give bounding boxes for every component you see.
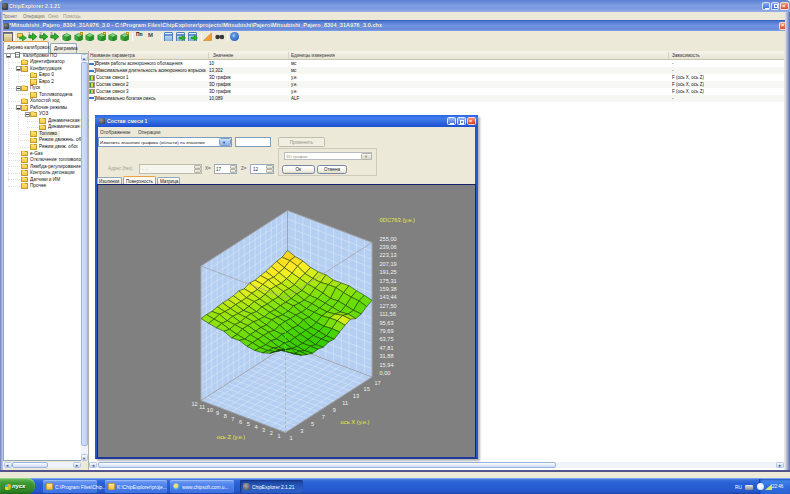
svg-text:12: 12 xyxy=(191,401,197,407)
svg-text:79,69: 79,69 xyxy=(380,328,394,334)
svg-text:47,81: 47,81 xyxy=(380,345,394,351)
svg-text:159,38: 159,38 xyxy=(380,286,397,292)
svg-text:5: 5 xyxy=(311,421,314,427)
svg-text:2: 2 xyxy=(270,430,273,436)
svg-text:223,13: 223,13 xyxy=(380,252,397,258)
svg-text:0,00: 0,00 xyxy=(380,370,391,376)
svg-text:3: 3 xyxy=(300,428,303,434)
svg-text:239,06: 239,06 xyxy=(380,244,397,250)
svg-text:ось Z (у.е.): ось Z (у.е.) xyxy=(217,434,246,440)
svg-text:31,88: 31,88 xyxy=(380,353,394,359)
svg-text:17: 17 xyxy=(374,380,380,386)
svg-text:143,44: 143,44 xyxy=(380,294,397,300)
svg-text:95,63: 95,63 xyxy=(380,320,394,326)
svg-text:127,50: 127,50 xyxy=(380,303,397,309)
svg-text:13: 13 xyxy=(353,393,359,399)
svg-text:6: 6 xyxy=(239,419,242,425)
svg-text:3: 3 xyxy=(262,427,265,433)
svg-text:11: 11 xyxy=(199,404,205,410)
svg-text:191,25: 191,25 xyxy=(380,269,397,275)
svg-text:5: 5 xyxy=(247,421,250,427)
svg-text:4: 4 xyxy=(254,424,257,430)
svg-text:10: 10 xyxy=(207,407,213,413)
svg-text:7: 7 xyxy=(231,416,234,422)
svg-text:255,00: 255,00 xyxy=(380,236,397,242)
svg-text:ось X (у.е.): ось X (у.е.) xyxy=(341,419,370,425)
svg-text:8: 8 xyxy=(224,413,227,419)
svg-text:7: 7 xyxy=(322,414,325,420)
svg-text:207,19: 207,19 xyxy=(380,261,397,267)
svg-text:175,31: 175,31 xyxy=(380,278,397,284)
svg-text:1: 1 xyxy=(289,435,292,441)
svg-text:1: 1 xyxy=(277,433,280,439)
svg-text:9: 9 xyxy=(216,410,219,416)
svg-text:0DC763 (у.е.): 0DC763 (у.е.) xyxy=(380,217,416,223)
svg-text:9: 9 xyxy=(333,407,336,413)
svg-text:15,94: 15,94 xyxy=(380,362,394,368)
svg-text:15: 15 xyxy=(364,386,370,392)
svg-text:111,56: 111,56 xyxy=(380,311,396,317)
svg-text:11: 11 xyxy=(342,400,348,406)
svg-text:63,75: 63,75 xyxy=(380,336,394,342)
